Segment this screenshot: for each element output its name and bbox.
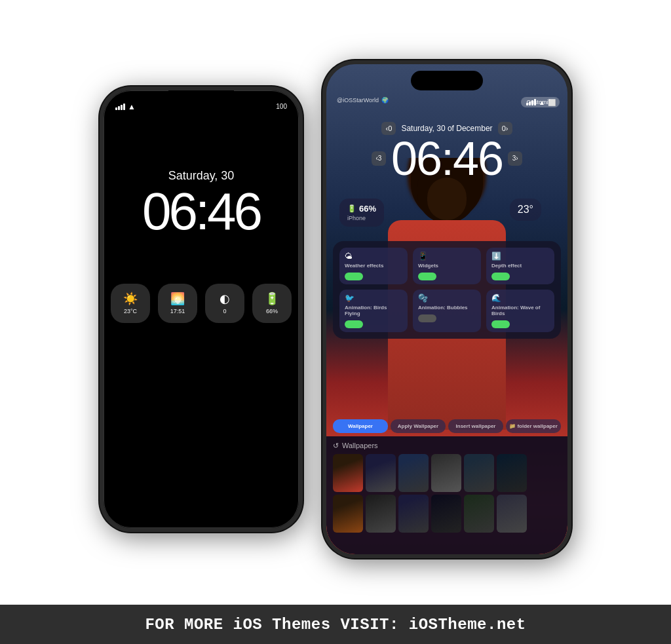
dynamic-island [411,71,483,90]
right-signal-icon [526,99,536,105]
wallpaper-thumb-2[interactable] [366,454,396,492]
depth-toggle-indicator [491,273,510,280]
time-nav-left[interactable]: ‹3 [372,151,386,166]
weather-effects-toggle[interactable]: 🌤 Weather effects [339,248,408,284]
wallpaper-thumb-5[interactable] [464,454,494,492]
volume-down-button[interactable] [100,215,101,241]
sunset-icon: 🌅 [170,292,185,306]
notch [168,90,234,109]
refresh-icon: ↺ [333,442,339,450]
wallpaper-thumb-10[interactable] [431,495,461,533]
wave-birds-toggle[interactable]: 🌊 Animation: Wave of Birds [486,290,554,332]
tab-insert-wallpaper[interactable]: Insert wallpaper [448,419,503,433]
temperature-value: 23°C [124,308,137,314]
widgets-label: Widgets [418,263,476,269]
right-mute-button[interactable] [322,143,324,159]
depth-effect-toggle[interactable]: ⬇️ Depth effect [486,248,554,284]
time-display-right: 06:46 [391,135,503,182]
battery-widget: 🔋 66% iPhone [339,199,384,227]
main-container: ▲ 100 Saturday, 30 06:46 ☀️ 23°C 🌅 17:51 [0,0,671,644]
tab-apply-wallpaper[interactable]: Apply Wallpaper [391,419,446,433]
weather-icon: 🌤 [345,252,402,261]
time-nav-right[interactable]: 3› [508,151,522,166]
phones-row: ▲ 100 Saturday, 30 06:46 ☀️ 23°C 🌅 17:51 [100,60,571,558]
widgets-row: ☀️ 23°C 🌅 17:51 ◐ 0 🔋 66% [111,284,292,323]
wallpapers-row-1 [333,454,561,492]
lock-content-left: Saturday, 30 06:46 ☀️ 23°C 🌅 17:51 ◐ 0 [104,90,299,323]
moon-icon: ◐ [220,292,230,306]
birds-toggle-indicator [345,320,363,328]
sunset-value: 17:51 [170,308,185,314]
wallpapers-section-title: ↺ Wallpapers [333,442,561,450]
signal-wifi-group: ▲ [115,102,136,111]
bubbles-toggle-indicator [418,314,436,322]
power-button[interactable] [301,202,303,241]
wallpaper-thumb-8[interactable] [366,495,396,533]
wallpapers-title-text: Wallpapers [342,442,378,449]
tab-wallpaper[interactable]: Wallpaper [333,419,388,433]
status-bar-right: ▲ ⬜ [326,94,567,106]
wallpaper-thumb-1[interactable] [333,454,363,492]
widgets-icon: 📱 [418,252,476,261]
right-power-button[interactable] [570,182,571,228]
bottom-banner: FOR MORE iOS Themes VISIT: iOSTheme.net [0,605,671,644]
wifi-icon: ▲ [128,102,136,111]
wallpaper-thumb-12[interactable] [497,495,527,533]
temp-value: 23° [518,204,533,216]
right-volume-up-button[interactable] [322,166,324,195]
mute-button[interactable] [100,156,101,172]
wave-toggle-indicator [491,320,510,328]
sun-icon: ☀️ [123,292,138,306]
wallpapers-grid [333,454,561,533]
wallpaper-thumb-9[interactable] [398,495,429,533]
settings-row-2: 🐦 Animation: Birds Flying 🫧 Animation: B… [339,290,554,332]
depth-label: Depth effect [491,263,549,269]
settings-row-1: 🌤 Weather effects 📱 Widgets ⬇️ Depth eff… [339,248,554,284]
lock-time-right: ‹3 06:46 3› [326,135,567,182]
battery-info: 🔋 66% [347,204,376,214]
battery-device-label: iPhone [347,215,376,221]
lock-date-left: Saturday, 30 [168,169,235,183]
wallpaper-thumb-11[interactable] [464,495,494,533]
weather-label: Weather effects [345,263,402,269]
right-wifi-icon: ▲ [539,99,545,106]
wave-icon: 🌊 [491,294,549,303]
battery-widget-icon: 🔋 [347,204,356,213]
battery-icon: 100 [276,103,287,110]
battery-widget-icon: 🔋 [265,292,279,306]
bubbles-label: Animation: Bubbles [418,305,476,311]
right-phone: @iOSStarWorld 🌍 Customize ▲ ⬜ [322,60,571,558]
birds-flying-toggle[interactable]: 🐦 Animation: Birds Flying [339,290,408,332]
left-phone: ▲ 100 Saturday, 30 06:46 ☀️ 23°C 🌅 17:51 [100,86,303,532]
volume-up-button[interactable] [100,182,101,208]
temp-widget: 23° [510,199,541,221]
bubbles-toggle[interactable]: 🫧 Animation: Bubbles [413,290,481,332]
date-text-right: Saturday, 30 of December [401,124,492,133]
wallpaper-thumb-7[interactable] [333,495,363,533]
widgets-toggle[interactable]: 📱 Widgets [413,248,481,284]
widget-sunset: 🌅 17:51 [158,284,197,323]
widget-temperature: ☀️ 23°C [111,284,150,323]
tab-folder-wallpaper[interactable]: 📁 folder wallpaper [506,419,561,433]
widget-battery: 🔋 66% [252,284,292,323]
right-battery-icon: ⬜ [548,99,556,106]
wallpaper-thumb-3[interactable] [398,454,429,492]
widgets-toggle-indicator [418,273,436,280]
wallpaper-thumb-4[interactable] [431,454,461,492]
bottom-tabs: Wallpaper Apply Wallpaper Insert wallpap… [333,419,561,433]
wallpaper-thumb-6[interactable] [497,454,527,492]
signal-icon [115,104,125,110]
bubbles-icon: 🫧 [418,294,476,303]
birds-label: Animation: Birds Flying [345,305,402,316]
depth-icon: ⬇️ [491,252,549,261]
settings-panel: 🌤 Weather effects 📱 Widgets ⬇️ Depth eff… [333,241,561,339]
wallpapers-section: ↺ Wallpapers [326,436,567,554]
battery-widget-value: 66% [266,308,278,314]
birds-icon: 🐦 [345,294,402,303]
wave-label: Animation: Wave of Birds [491,305,549,316]
right-status-icons: ▲ ⬜ [526,99,556,106]
right-volume-down-button[interactable] [322,200,324,230]
battery-percent: 66% [359,204,376,214]
wallpapers-row-2 [333,495,561,533]
temp-content: 23° [518,204,533,216]
